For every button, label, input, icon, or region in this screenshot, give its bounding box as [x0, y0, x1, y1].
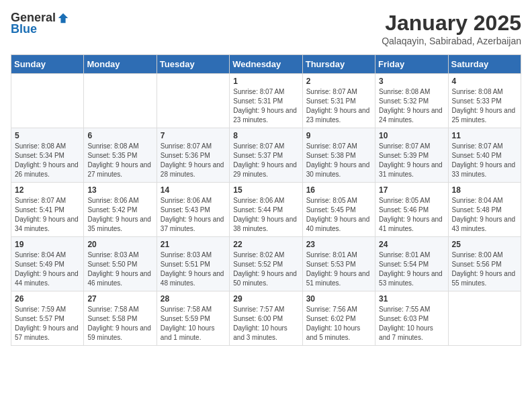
- day-info: Sunrise: 8:01 AM Sunset: 5:54 PM Dayligh…: [379, 250, 444, 288]
- day-number: 20: [87, 240, 152, 249]
- day-info: Sunrise: 7:55 AM Sunset: 6:03 PM Dayligh…: [379, 305, 444, 342]
- day-number: 15: [233, 185, 298, 195]
- day-info: Sunrise: 8:07 AM Sunset: 5:31 PM Dayligh…: [233, 87, 298, 125]
- day-number: 4: [452, 77, 517, 86]
- day-info: Sunrise: 8:04 AM Sunset: 5:48 PM Dayligh…: [452, 196, 517, 234]
- day-number: 19: [15, 240, 80, 249]
- day-number: 11: [452, 131, 517, 140]
- day-info: Sunrise: 8:06 AM Sunset: 5:42 PM Dayligh…: [87, 196, 152, 234]
- calendar-cell: 2Sunrise: 8:07 AM Sunset: 5:31 PM Daylig…: [302, 74, 375, 128]
- day-number: 30: [306, 294, 371, 304]
- day-number: 28: [161, 294, 226, 304]
- day-number: 16: [306, 185, 371, 195]
- calendar-cell: 13Sunrise: 8:06 AM Sunset: 5:42 PM Dayli…: [84, 183, 157, 237]
- day-number: 1: [233, 77, 298, 86]
- calendar-cell: 14Sunrise: 8:06 AM Sunset: 5:43 PM Dayli…: [157, 183, 229, 237]
- day-info: Sunrise: 7:58 AM Sunset: 5:59 PM Dayligh…: [161, 305, 226, 342]
- day-number: 10: [379, 131, 444, 140]
- weekday-header-saturday: Saturday: [448, 55, 521, 74]
- day-number: 26: [15, 294, 80, 304]
- day-number: 24: [379, 240, 444, 249]
- day-number: 7: [161, 131, 226, 140]
- day-info: Sunrise: 8:07 AM Sunset: 5:40 PM Dayligh…: [452, 142, 517, 179]
- day-number: 27: [87, 294, 152, 304]
- day-number: 22: [233, 240, 298, 249]
- logo: General Blue: [11, 11, 69, 36]
- weekday-header-wednesday: Wednesday: [230, 55, 302, 74]
- calendar-cell: 5Sunrise: 8:08 AM Sunset: 5:34 PM Daylig…: [11, 128, 84, 183]
- day-number: 6: [87, 131, 152, 140]
- calendar-cell: 3Sunrise: 8:08 AM Sunset: 5:32 PM Daylig…: [375, 74, 448, 128]
- calendar-cell: 19Sunrise: 8:04 AM Sunset: 5:49 PM Dayli…: [11, 237, 84, 291]
- weekday-header-friday: Friday: [375, 55, 448, 74]
- calendar-cell: 4Sunrise: 8:08 AM Sunset: 5:33 PM Daylig…: [448, 74, 521, 128]
- day-number: 25: [452, 240, 517, 249]
- day-number: 8: [233, 131, 298, 140]
- day-info: Sunrise: 7:59 AM Sunset: 5:57 PM Dayligh…: [15, 305, 80, 342]
- calendar-cell: 6Sunrise: 8:08 AM Sunset: 5:35 PM Daylig…: [84, 128, 157, 183]
- calendar-table: SundayMondayTuesdayWednesdayThursdayFrid…: [11, 54, 521, 346]
- calendar-cell: [448, 291, 521, 346]
- calendar-cell: 31Sunrise: 7:55 AM Sunset: 6:03 PM Dayli…: [375, 291, 448, 346]
- day-number: 9: [306, 131, 371, 140]
- calendar-week-row: 26Sunrise: 7:59 AM Sunset: 5:57 PM Dayli…: [11, 291, 521, 346]
- day-number: 23: [306, 240, 371, 249]
- day-info: Sunrise: 8:03 AM Sunset: 5:50 PM Dayligh…: [87, 250, 152, 288]
- day-info: Sunrise: 8:06 AM Sunset: 5:44 PM Dayligh…: [233, 196, 298, 234]
- day-info: Sunrise: 8:07 AM Sunset: 5:38 PM Dayligh…: [306, 142, 371, 179]
- calendar-cell: 22Sunrise: 8:02 AM Sunset: 5:52 PM Dayli…: [230, 237, 302, 291]
- day-info: Sunrise: 8:07 AM Sunset: 5:31 PM Dayligh…: [306, 87, 371, 125]
- location-text: Qalaqayin, Sabirabad, Azerbaijan: [382, 36, 521, 46]
- day-info: Sunrise: 7:58 AM Sunset: 5:58 PM Dayligh…: [87, 305, 152, 342]
- calendar-cell: 11Sunrise: 8:07 AM Sunset: 5:40 PM Dayli…: [448, 128, 521, 183]
- day-number: 3: [379, 77, 444, 86]
- calendar-cell: 10Sunrise: 8:07 AM Sunset: 5:39 PM Dayli…: [375, 128, 448, 183]
- day-info: Sunrise: 8:08 AM Sunset: 5:32 PM Dayligh…: [379, 87, 444, 125]
- calendar-cell: 12Sunrise: 8:07 AM Sunset: 5:41 PM Dayli…: [11, 183, 84, 237]
- calendar-cell: 23Sunrise: 8:01 AM Sunset: 5:53 PM Dayli…: [302, 237, 375, 291]
- calendar-cell: [11, 74, 84, 128]
- day-info: Sunrise: 8:08 AM Sunset: 5:34 PM Dayligh…: [15, 142, 80, 179]
- day-number: 5: [15, 131, 80, 140]
- weekday-header-thursday: Thursday: [302, 55, 375, 74]
- calendar-cell: 15Sunrise: 8:06 AM Sunset: 5:44 PM Dayli…: [230, 183, 302, 237]
- calendar-cell: 30Sunrise: 7:56 AM Sunset: 6:02 PM Dayli…: [302, 291, 375, 346]
- day-info: Sunrise: 8:08 AM Sunset: 5:33 PM Dayligh…: [452, 87, 517, 125]
- day-info: Sunrise: 8:03 AM Sunset: 5:51 PM Dayligh…: [161, 250, 226, 288]
- weekday-header-tuesday: Tuesday: [157, 55, 229, 74]
- calendar-cell: 1Sunrise: 8:07 AM Sunset: 5:31 PM Daylig…: [230, 74, 302, 128]
- day-info: Sunrise: 8:01 AM Sunset: 5:53 PM Dayligh…: [306, 250, 371, 288]
- day-info: Sunrise: 8:04 AM Sunset: 5:49 PM Dayligh…: [15, 250, 80, 288]
- calendar-cell: [157, 74, 229, 128]
- calendar-cell: 18Sunrise: 8:04 AM Sunset: 5:48 PM Dayli…: [448, 183, 521, 237]
- calendar-header-row: SundayMondayTuesdayWednesdayThursdayFrid…: [11, 55, 521, 74]
- calendar-cell: 17Sunrise: 8:05 AM Sunset: 5:46 PM Dayli…: [375, 183, 448, 237]
- day-number: 18: [452, 185, 517, 195]
- calendar-cell: 9Sunrise: 8:07 AM Sunset: 5:38 PM Daylig…: [302, 128, 375, 183]
- weekday-header-sunday: Sunday: [11, 55, 84, 74]
- svg-marker-0: [58, 13, 68, 22]
- day-number: 21: [161, 240, 226, 249]
- day-info: Sunrise: 7:56 AM Sunset: 6:02 PM Dayligh…: [306, 305, 371, 342]
- day-number: 17: [379, 185, 444, 195]
- day-info: Sunrise: 8:05 AM Sunset: 5:46 PM Dayligh…: [379, 196, 444, 234]
- page-header: General Blue January 2025 Qalaqayin, Sab…: [11, 11, 521, 46]
- day-number: 31: [379, 294, 444, 304]
- day-info: Sunrise: 8:08 AM Sunset: 5:35 PM Dayligh…: [87, 142, 152, 179]
- calendar-cell: 26Sunrise: 7:59 AM Sunset: 5:57 PM Dayli…: [11, 291, 84, 346]
- day-info: Sunrise: 8:07 AM Sunset: 5:37 PM Dayligh…: [233, 142, 298, 179]
- day-number: 13: [87, 185, 152, 195]
- calendar-cell: 20Sunrise: 8:03 AM Sunset: 5:50 PM Dayli…: [84, 237, 157, 291]
- logo-icon: [57, 12, 69, 24]
- day-number: 29: [233, 294, 298, 304]
- day-info: Sunrise: 8:07 AM Sunset: 5:36 PM Dayligh…: [161, 142, 226, 179]
- calendar-week-row: 12Sunrise: 8:07 AM Sunset: 5:41 PM Dayli…: [11, 183, 521, 237]
- day-info: Sunrise: 8:07 AM Sunset: 5:41 PM Dayligh…: [15, 196, 80, 234]
- day-info: Sunrise: 8:05 AM Sunset: 5:45 PM Dayligh…: [306, 196, 371, 234]
- calendar-cell: 27Sunrise: 7:58 AM Sunset: 5:58 PM Dayli…: [84, 291, 157, 346]
- calendar-week-row: 1Sunrise: 8:07 AM Sunset: 5:31 PM Daylig…: [11, 74, 521, 128]
- weekday-header-monday: Monday: [84, 55, 157, 74]
- calendar-cell: 7Sunrise: 8:07 AM Sunset: 5:36 PM Daylig…: [157, 128, 229, 183]
- calendar-week-row: 19Sunrise: 8:04 AM Sunset: 5:49 PM Dayli…: [11, 237, 521, 291]
- title-section: January 2025 Qalaqayin, Sabirabad, Azerb…: [382, 11, 521, 46]
